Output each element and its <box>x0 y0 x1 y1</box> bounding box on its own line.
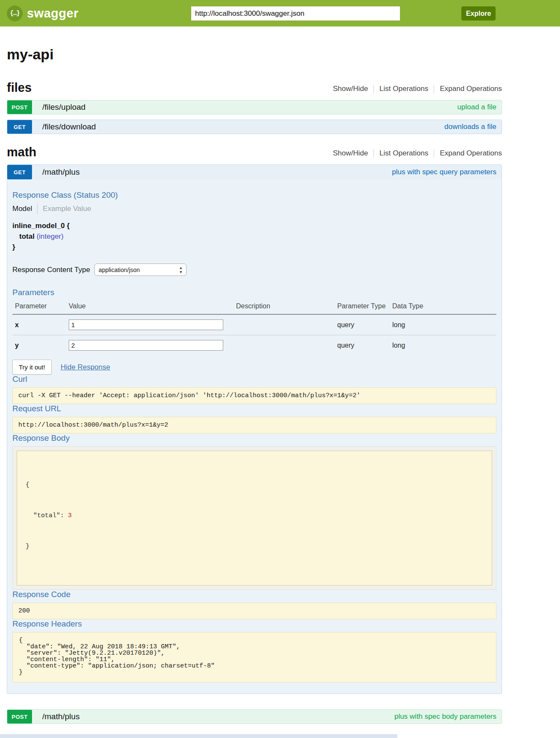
model-property-type: (integer) <box>37 232 64 240</box>
parameters-heading: Parameters <box>12 288 496 297</box>
parameter-data-type: long <box>390 314 496 335</box>
json-line: "total": 3 <box>26 511 483 521</box>
response-content-type-label: Response Content Type <box>12 266 90 274</box>
response-headers-json: { "date": "Wed, 22 Aug 2018 18:49:13 GMT… <box>12 632 496 682</box>
curl-command: curl -X GET --header 'Accept: applicatio… <box>12 387 496 404</box>
json-line: } <box>26 542 483 552</box>
response-class-heading: Response Class (Status 200) <box>12 190 496 200</box>
operation-row-files-upload: POST /files/upload upload a file <box>7 100 502 114</box>
divider <box>373 149 374 158</box>
operation-row-math-plus-get: GET /math/plus plus with spec query para… <box>7 165 502 179</box>
response-code-value: 200 <box>12 603 496 619</box>
json-line: "content-type": "application/json; chars… <box>19 663 490 669</box>
model-tabs: Model Example Value <box>12 203 496 214</box>
response-body-wrapper: { "total": 3 } <box>12 446 496 590</box>
model-signature-open: inline_model_0 { <box>12 220 496 231</box>
parameter-description <box>233 335 335 356</box>
json-line: } <box>19 669 490 676</box>
post-method-badge[interactable]: POST <box>7 710 32 723</box>
json-line: "content-length": "11", <box>19 656 490 663</box>
swagger-logo[interactable]: {…} swagger <box>7 6 79 21</box>
operation-row-math-plus-post: POST /math/plus plus with spec body para… <box>7 709 502 724</box>
divider <box>373 85 374 93</box>
list-operations-link[interactable]: List Operations <box>379 85 428 93</box>
expand-operations-link[interactable]: Expand Operations <box>440 85 502 93</box>
swagger-url-input[interactable] <box>191 6 400 21</box>
section-title-files[interactable]: files <box>7 81 32 95</box>
column-header: Parameter Type <box>335 301 390 314</box>
show-hide-link[interactable]: Show/Hide <box>333 149 368 158</box>
request-url-heading: Request URL <box>12 404 496 413</box>
selected-option: application/json <box>99 266 140 273</box>
parameter-name: y <box>12 335 66 356</box>
bottom-strip <box>0 734 397 738</box>
operation-expanded-math-plus-get: GET /math/plus plus with spec query para… <box>7 164 502 694</box>
divider <box>434 85 434 93</box>
section-controls-files: Show/Hide List Operations Expand Operati… <box>333 85 502 95</box>
divider <box>37 203 38 214</box>
parameter-name: x <box>12 314 66 335</box>
section-header-files: files Show/Hide List Operations Expand O… <box>7 81 502 95</box>
explore-button[interactable]: Explore <box>461 6 496 20</box>
operation-content: Response Class (Status 200) Model Exampl… <box>7 179 502 694</box>
parameter-data-type: long <box>390 335 496 356</box>
column-header: Value <box>66 301 233 314</box>
operation-path[interactable]: /math/plus <box>42 712 80 721</box>
operation-summary-link[interactable]: plus with spec query parameters <box>392 168 496 176</box>
parameter-row-x: x query long <box>12 314 496 335</box>
divider <box>434 149 434 158</box>
model-signature-close: } <box>12 242 496 252</box>
response-code-heading: Response Code <box>12 590 496 599</box>
tab-model[interactable]: Model <box>12 205 32 213</box>
brand-title: swagger <box>27 6 79 20</box>
response-body-heading: Response Body <box>12 433 496 443</box>
operation-summary-link[interactable]: plus with spec body parameters <box>394 712 496 721</box>
model-property-name: total <box>19 232 35 240</box>
get-method-badge[interactable]: GET <box>7 120 32 134</box>
get-method-badge[interactable]: GET <box>7 165 32 179</box>
curl-heading: Curl <box>12 375 496 384</box>
parameters-header-row: Parameter Value Description Parameter Ty… <box>12 301 496 314</box>
response-content-type-select[interactable]: application/json ▲▼ <box>94 264 187 276</box>
parameter-x-input[interactable] <box>69 319 223 330</box>
json-number: 3 <box>68 512 72 519</box>
updown-arrows-icon: ▲▼ <box>179 266 183 274</box>
section-title-math[interactable]: math <box>7 145 36 159</box>
page-title: my-api <box>7 46 502 63</box>
operation-row-files-download: GET /files/download downloads a file <box>7 120 502 134</box>
try-it-out-row: Try it out! Hide Response <box>12 360 496 375</box>
response-body-json: { "total": 3 } <box>17 451 492 586</box>
column-header: Data Type <box>390 301 496 314</box>
tab-example-value[interactable]: Example Value <box>43 205 91 213</box>
column-header: Parameter <box>12 301 66 314</box>
parameter-description <box>233 314 335 335</box>
parameters-table: Parameter Value Description Parameter Ty… <box>12 301 496 355</box>
parameter-type: query <box>335 314 390 335</box>
json-line: { <box>26 480 483 490</box>
response-headers-heading: Response Headers <box>12 619 496 629</box>
section-controls-math: Show/Hide List Operations Expand Operati… <box>333 149 502 159</box>
post-method-badge[interactable]: POST <box>7 100 32 114</box>
try-it-out-button[interactable]: Try it out! <box>12 360 52 375</box>
show-hide-link[interactable]: Show/Hide <box>333 85 368 93</box>
response-content-type-row: Response Content Type application/json ▲… <box>12 264 496 276</box>
operation-path[interactable]: /math/plus <box>42 167 80 177</box>
list-operations-link[interactable]: List Operations <box>379 149 428 158</box>
request-url-value: http://localhost:3000/math/plus?x=1&y=2 <box>12 417 496 433</box>
expand-operations-link[interactable]: Expand Operations <box>440 149 502 158</box>
model-property: total (integer) <box>12 231 496 242</box>
parameter-y-input[interactable] <box>69 340 223 351</box>
json-line: "date": "Wed, 22 Aug 2018 18:49:13 GMT", <box>19 644 490 650</box>
operation-summary-link[interactable]: downloads a file <box>444 123 496 131</box>
operation-path[interactable]: /files/download <box>42 122 96 132</box>
json-line: { <box>19 637 490 644</box>
operation-summary-link[interactable]: upload a file <box>457 103 496 111</box>
section-header-math: math Show/Hide List Operations Expand Op… <box>7 145 502 159</box>
model-signature: inline_model_0 { total (integer) } <box>12 220 496 252</box>
parameter-row-y: y query long <box>12 335 496 356</box>
hide-response-link[interactable]: Hide Response <box>61 363 110 372</box>
column-header: Description <box>233 301 335 314</box>
swagger-logo-icon: {…} <box>7 6 23 21</box>
operation-path[interactable]: /files/upload <box>42 102 85 112</box>
json-line: "server": "Jetty(9.2.21.v20170120)", <box>19 650 490 656</box>
